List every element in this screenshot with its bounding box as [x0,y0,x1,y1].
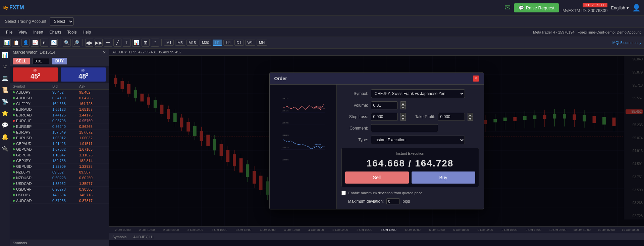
scroll-right-btn[interactable]: ▶▶ [95,39,103,47]
sidebar-history-icon[interactable]: 📜 [0,85,10,94]
menu-insert[interactable]: Insert [31,29,46,36]
sidebar-market-watch-icon[interactable]: 📊 [0,50,10,59]
time-label: 5 Oct 10:00 [352,228,376,232]
market-watch-header: Market Watch: 14:15:14 ✕ [10,49,109,56]
sidebar-terminal-icon[interactable]: 💻 [0,73,10,83]
fibs-btn[interactable]: ⟟ [151,39,159,47]
profiles-btn[interactable]: 👤 [21,39,30,47]
svg-text:164.705: 164.705 [281,122,289,124]
tf-h1[interactable]: H1 [213,40,222,46]
list-item[interactable]: GBPCHF 1.109471.11023 [10,152,109,158]
list-item[interactable]: GBPAUD 1.914261.91511 [10,141,109,147]
comment-input[interactable] [371,124,438,132]
tf-d1[interactable]: D1 [234,40,244,46]
crosshair-btn[interactable]: ✛ [104,39,112,47]
menu-view[interactable]: View [16,29,30,36]
list-item[interactable]: EURGBP 0.862400.86265 [10,124,109,130]
myfxtm-id: MyFXTM ID: 80076309 [562,8,607,13]
sidebar-navigator-icon[interactable]: 🗂 [1,62,9,71]
max-deviation-input[interactable] [386,198,400,204]
menu-file[interactable]: File [3,29,15,36]
list-item[interactable]: EURJPY 157.649157.672 [10,130,109,135]
list-item[interactable]: AUDJPY 95.45295.482 [10,90,109,95]
tf-m15[interactable]: M15 [186,40,198,46]
user-icon[interactable]: 👤 [632,4,641,12]
list-item[interactable]: NZDUSD 0.602230.60250 [10,175,109,181]
list-item[interactable]: USDCHF 0.902780.90306 [10,187,109,192]
list-item[interactable]: EURCAD 1.441251.44176 [10,112,109,118]
list-item[interactable]: EURCHF 0.957030.95750 [10,118,109,124]
symbols-tab-label[interactable]: Symbols [112,235,126,239]
list-item[interactable]: USDCAD 1.359521.35977 [10,181,109,187]
market-watch-close-icon[interactable]: ✕ [103,50,106,55]
market-sell-button[interactable]: SELL [13,58,30,64]
tf-m30[interactable]: M30 [200,40,211,46]
mql5-link[interactable]: MQL5.community [612,41,641,45]
time-label: 9 Oct 10:00 [497,228,522,232]
text-btn[interactable]: T [123,39,131,47]
sell-volume-input[interactable] [33,58,49,64]
sidebar-signals-icon[interactable]: 📡 [0,97,10,106]
sidebar-chat-icon[interactable]: 💬 [0,120,10,130]
volume-down-btn[interactable]: ▼ [400,105,406,109]
volume-up-btn[interactable]: ▲ [400,101,406,105]
max-deviation-row: Maximum deviation: pips [341,198,479,204]
tf-m1[interactable]: M1 [164,40,174,46]
menu-charts[interactable]: Charts [47,29,64,36]
list-item[interactable]: NZDJPY 89.56289.587 [10,169,109,175]
raise-request-button[interactable]: 💬 Raise Request [514,3,559,12]
scroll-left-btn[interactable]: ◀▶ [85,39,93,47]
tp-up-btn[interactable]: ▲ [468,113,473,117]
deviation-checkbox[interactable] [341,191,346,195]
line-btn[interactable]: ╱ [113,39,121,47]
grid-btn[interactable]: ⊞ [142,39,150,47]
tf-w1[interactable]: W1 [245,40,256,46]
buy-button[interactable]: Buy [412,171,475,184]
mail-icon[interactable]: ✉ [504,3,511,12]
indicators-btn[interactable]: 📊 [132,39,140,47]
sidebar-alerts-icon[interactable]: 🔔 [0,132,10,141]
list-item[interactable]: GBPJPY 182.758182.814 [10,158,109,164]
tf-m5[interactable]: M5 [175,40,185,46]
line-chart-btn[interactable]: 📉 [50,39,58,47]
candle-chart-btn[interactable]: 🕯 [40,39,48,47]
language-selector[interactable]: English ▾ [611,5,629,10]
symbol-select[interactable]: CHFJPY, Swiss Frank vs Japanese Yen [371,89,465,98]
sl-up-btn[interactable]: ▲ [400,113,406,117]
sidebar-star-icon[interactable]: ⭐ [0,109,10,118]
list-item[interactable]: USDJPY 148.694148.718 [10,192,109,198]
new-chart-btn[interactable]: 📊 [3,39,11,47]
list-item[interactable]: AUDCAD 0.872530.87317 [10,198,109,204]
time-axis: 2 Oct 02:00 2 Oct 10:00 2 Oct 18:00 3 Oc… [109,226,644,233]
take-profit-input[interactable] [438,113,465,121]
menu-help[interactable]: Help [80,29,94,36]
zoom-out-btn[interactable]: 🔎 [72,39,80,47]
order-close-button[interactable]: ✕ [473,76,479,82]
bar-chart-btn[interactable]: 📈 [31,39,39,47]
stop-loss-input[interactable] [371,113,398,121]
sell-button[interactable]: Sell [345,171,409,184]
tf-mn[interactable]: MN [257,40,267,46]
tf-h4[interactable]: H4 [223,40,233,46]
menu-tools[interactable]: Tools [65,29,79,36]
list-item[interactable]: GBPUSD 1.229091.22928 [10,164,109,169]
sidebar-plugin-icon[interactable]: 🔌 [0,144,10,153]
market-watch-bottom-tab[interactable]: Symbols [10,240,109,246]
chart-tab-label[interactable]: AUDJPY, H1 [133,235,154,239]
list-item[interactable]: GBPCAD 1.670821.67165 [10,147,109,152]
templates-btn[interactable]: 📋 [12,39,20,47]
type-select[interactable]: Instant Execution [371,136,465,144]
sl-down-btn[interactable]: ▼ [400,117,406,121]
list-item[interactable]: CHFJPY 164.668164.728 [10,101,109,107]
volume-input[interactable] [371,101,398,109]
list-item[interactable]: AUDUSD 0.641890.64208 [10,95,109,101]
list-item[interactable]: EURUSD 1.060121.06032 [10,135,109,141]
top-bar: My FXTM ✉ 💬 Raise Request NOT VERIFIED M… [0,0,644,16]
order-dialog-title: Order [274,76,287,81]
account-select-dropdown[interactable]: Select [50,17,74,26]
list-item[interactable]: EURAUD 1.651231.65187 [10,107,109,112]
zoom-in-btn[interactable]: 🔍 [63,39,71,47]
tp-down-btn[interactable]: ▼ [468,117,473,121]
market-buy-button[interactable]: BUY [52,58,67,64]
deviation-label[interactable]: Enable maximum deviation from quoted pri… [348,191,423,195]
